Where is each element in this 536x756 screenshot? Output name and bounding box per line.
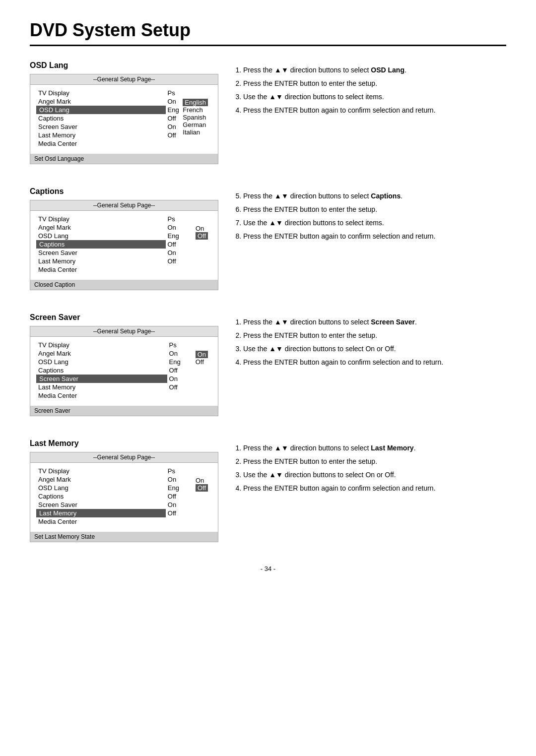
options-column: OnOff [196,477,208,492]
option-item: On [196,351,208,358]
menu-label: Angel Mark [36,349,167,358]
menu-row: OSD LangEng [36,232,212,240]
menu-row: TV DisplayPs [36,341,212,349]
setup-box-body: TV DisplayPsAngel MarkOnOSD LangEngCapti… [30,337,218,404]
section-title-screen-saver: Screen Saver [30,313,218,322]
menu-label: Angel Mark [36,223,166,232]
setup-box-header: --General Setup Page-- [30,74,218,85]
status-bar-last-memory: Set Last Memory State [30,532,218,542]
menu-row: CaptionsOff [36,366,212,375]
instruction-item: Press the ▲▼ direction buttons to select… [243,191,506,201]
instructions-col-screen-saver: Press the ▲▼ direction buttons to select… [233,313,506,419]
menu-label: Captions [36,240,166,249]
menu-label: Captions [36,366,167,375]
menu-label: Screen Saver [36,375,167,383]
menu-row: Angel MarkOn [36,349,212,358]
instruction-item: Press the ENTER button again to confirm … [243,231,506,242]
menu-row: OSD LangEng [36,484,212,492]
option-item: German [183,121,208,128]
setup-box-body: TV DisplayPsAngel MarkOnOSD LangEngCapti… [30,211,218,278]
instruction-item: Press the ENTER button to enter the setu… [243,204,506,215]
instruction-item: Use the ▲▼ direction buttons to select O… [243,344,506,354]
setup-box-screen-saver: --General Setup Page--TV DisplayPsAngel … [30,326,218,416]
section-title-last-memory: Last Memory [30,439,218,448]
instruction-item: Press the ENTER button again to confirm … [243,105,506,116]
option-item: Off [196,358,208,366]
menu-label: Last Memory [36,131,166,139]
page-number: - 34 - [30,565,506,572]
instruction-item: Use the ▲▼ direction buttons to select i… [243,218,506,228]
page-title: DVD System Setup [30,20,506,46]
menu-label: Last Memory [36,509,166,517]
option-item: Italian [183,128,208,136]
section-title-captions: Captions [30,187,218,196]
instruction-list-screen-saver: Press the ▲▼ direction buttons to select… [243,317,506,368]
menu-value: Off [166,257,212,265]
menu-value [166,265,212,274]
setup-box-header: --General Setup Page-- [30,326,218,337]
menu-label: Angel Mark [36,97,166,106]
instructions-col-last-memory: Press the ▲▼ direction buttons to select… [233,439,506,545]
menu-label: TV Display [36,89,166,97]
setup-box-last-memory: --General Setup Page--TV DisplayPsAngel … [30,452,218,542]
menu-value: On [166,249,212,257]
menu-label: TV Display [36,215,166,223]
option-item: Spanish [183,114,208,121]
menu-row: Media Center [36,265,212,274]
menu-row: Media Center [36,139,212,148]
section-last-memory: Last Memory--General Setup Page--TV Disp… [30,439,506,545]
instruction-item: Use the ▲▼ direction buttons to select i… [243,92,506,102]
menu-value: Ps [166,215,212,223]
option-item: English [183,99,208,106]
menu-label: TV Display [36,467,166,475]
instruction-item: Press the ▲▼ direction buttons to select… [243,65,506,75]
menu-label: OSD Lang [36,106,166,114]
option-item: Off [196,232,208,240]
instruction-item: Use the ▲▼ direction buttons to select O… [243,470,506,480]
menu-row: Screen SaverOn [36,501,212,509]
menu-row: Angel MarkOn [36,475,212,484]
setup-box-osd-lang: --General Setup Page--TV DisplayPsAngel … [30,74,218,164]
menu-label: TV Display [36,341,167,349]
menu-value: On [166,501,212,509]
menu-row: Media Center [36,517,212,526]
menu-label: Media Center [36,391,167,400]
menu-value: Off [166,509,212,517]
option-item: On [196,225,208,232]
menu-row: TV DisplayPs [36,467,212,475]
menu-row: Media Center [36,391,212,400]
option-item: Off [196,484,208,492]
menu-label: OSD Lang [36,358,167,366]
instructions-col-osd-lang: Press the ▲▼ direction buttons to select… [233,61,506,167]
menu-value: Ps [167,341,212,349]
menu-row: Screen SaverOn [36,249,212,257]
options-column: OnOff [196,225,208,240]
menu-label: Screen Saver [36,249,166,257]
menu-label: Angel Mark [36,475,166,484]
menu-label: Captions [36,114,166,123]
menu-value: Off [167,366,212,375]
option-item: French [183,106,208,114]
menu-row: Last MemoryOff [36,509,212,517]
menu-row: CaptionsOff [36,492,212,501]
section-title-osd-lang: OSD Lang [30,61,218,70]
instruction-item: Press the ▲▼ direction buttons to select… [243,317,506,327]
menu-label: Media Center [36,139,166,148]
instruction-list-captions: Press the ▲▼ direction buttons to select… [243,191,506,242]
menu-label: Media Center [36,265,166,274]
status-bar-osd-lang: Set Osd Language [30,154,218,164]
menu-label: OSD Lang [36,484,166,492]
instruction-list-last-memory: Press the ▲▼ direction buttons to select… [243,443,506,494]
menu-value: On [167,375,212,383]
setup-box-captions: --General Setup Page--TV DisplayPsAngel … [30,200,218,290]
options-column: OnOff [196,351,208,366]
instruction-item: Press the ENTER button to enter the setu… [243,78,506,89]
menu-row: Last MemoryOff [36,383,212,391]
menu-label: OSD Lang [36,232,166,240]
menu-row: CaptionsOff [36,240,212,249]
instruction-item: Press the ▲▼ direction buttons to select… [243,443,506,453]
status-bar-captions: Closed Caption [30,280,218,290]
menu-label: Media Center [36,517,166,526]
option-item: On [196,477,208,484]
menu-row: Angel MarkOn [36,223,212,232]
